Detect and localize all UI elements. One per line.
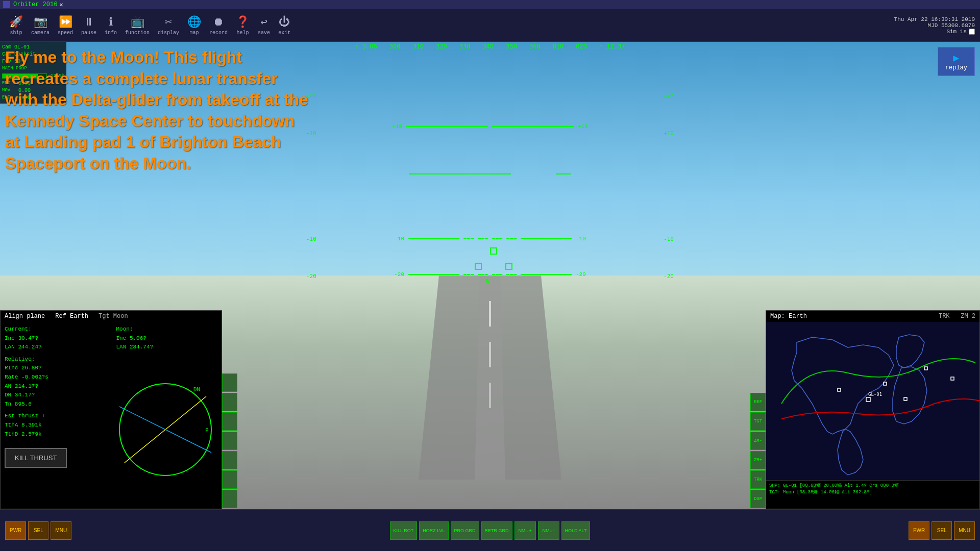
lsb-1[interactable] [222,373,237,392]
datetime-panel: Thu Apr 22 16:30:31 2010 MJD 55308.6879 … [888,9,980,42]
lsb-6[interactable] [222,470,237,489]
map-display: GL-01 [766,322,979,480]
enc-label: ENC [2,94,16,102]
lsb-5[interactable] [222,451,237,469]
svg-rect-11 [766,322,979,480]
sim-checkbox[interactable] [969,29,975,35]
pro-grd-button[interactable]: PRO GRD [451,521,479,540]
nml-minus-button[interactable]: NML - [538,521,559,540]
datetime-line1: Thu Apr 22 16:30:31 2010 [893,16,975,22]
sim-speed-label: Sim 1s [946,29,967,35]
sky [0,42,980,299]
help-icon: ❓ [236,15,250,29]
lsb-7[interactable] [222,490,237,508]
exit-label: exit [278,30,290,36]
prop-bar [2,73,47,79]
datetime-line2: MJD 55308.6879 [893,22,975,29]
right-mfd-bottom-btns: PWR SEL MNU [909,521,975,540]
pause-label: pause [81,30,96,36]
camera-label: camera [31,30,50,36]
current-inc: Inc 30.47? [5,334,106,343]
rsb-zm-plus[interactable]: ZM+ [750,451,766,469]
bottom-center-buttons: KILL ROT HORZ LVL PRO GRD RETR GRD NML +… [82,521,898,540]
sim-speed-row: Sim 1s [893,29,975,35]
left-sel-button[interactable]: SEL [28,521,48,540]
right-mfd-header: Map: Earth TRK ZM 2 [766,311,979,322]
toolbar-ship[interactable]: 🚀 ship [9,15,23,36]
toolbar-function[interactable]: 📺 function [125,15,150,36]
left-mfd-tgt: Tgt Moon [99,313,128,320]
lsb-4[interactable] [222,432,237,450]
nml-plus-button[interactable]: NML + [514,521,536,540]
moon-label: Moon: [116,325,218,334]
toolbar: 🚀 ship 📷 camera ⏩ speed ⏸ pause ℹ info 📺… [0,9,980,42]
kill-thrust-button[interactable]: KILL THRUST [5,448,67,468]
map-shp-info: SHP: GL-01 [80.68鲕 28.60鳎 Alt 1.4? Crs 0… [766,480,979,497]
main-prop-row: MAIN PROP [2,65,64,72]
toolbar-camera[interactable]: 📷 camera [31,15,50,36]
hold-alt-button[interactable]: HOLD ALT [561,521,591,540]
save-label: save [258,30,270,36]
left-mfd: Align plane Ref Earth Tgt Moon Current: … [0,310,222,509]
toolbar-speed[interactable]: ⏩ speed [58,15,73,36]
mov-row: MOV 0.00 [2,87,64,94]
eng-row: ENG 0.00 [2,80,64,87]
mov-value: 0.00 [18,87,31,94]
display-icon: ✂ [165,15,172,29]
function-label: function [125,30,150,36]
enc-row: ENC 0.00 [2,94,64,102]
right-pwr-button[interactable]: PWR [909,521,929,540]
record-label: record [209,30,228,36]
rsb-ref[interactable]: REF [750,393,766,411]
mov-label: MOV [2,87,16,94]
titlebar: Orbiter 2016 ✕ [0,0,980,9]
horz-lvl-button[interactable]: HORZ LVL [419,521,448,540]
rsb-dsp[interactable]: DSP [750,490,766,508]
record-icon: ⏺ [213,15,224,29]
bottom-toolbar: PWR SEL MNU KILL ROT HORZ LVL PRO GRD RE… [0,509,980,551]
toolbar-display[interactable]: ✂ display [158,15,179,36]
orbital-diagram: DN AN P [114,376,216,478]
rsb-trk[interactable]: TRK [750,470,766,489]
close-button[interactable]: ✕ [57,1,65,9]
rsb-zm-minus[interactable]: ZM- [750,432,766,450]
ship-label: ship [10,30,22,36]
toolbar-pause[interactable]: ⏸ pause [81,15,96,36]
current-col-header: Current: Inc 30.47? LAN 244.24? [5,325,106,352]
toolbar-record[interactable]: ⏺ record [209,15,228,36]
cam-cockpit: Cam Cockpit [2,51,64,58]
ship-icon: 🚀 [9,15,23,29]
right-mfd-trk-zm: TRK ZM 2 [939,313,975,320]
toolbar-help[interactable]: ❓ help [236,15,250,36]
map-icon: 🌐 [187,15,201,29]
info-label: info [105,30,117,36]
left-mfd-ref: Ref Earth [55,313,88,320]
toolbar-map[interactable]: 🌐 map [187,15,201,36]
left-pwr-button[interactable]: PWR [5,521,26,540]
right-mfd: Map: Earth TRK ZM 2 [766,310,980,509]
right-sel-button[interactable]: SEL [932,521,952,540]
map-svg: GL-01 [766,322,979,480]
toolbar-info[interactable]: ℹ info [105,15,117,36]
svg-text:P: P [205,427,209,434]
enc-value: 0.00 [18,94,31,102]
left-mnu-button[interactable]: MNU [51,521,71,540]
rsb-tgt[interactable]: TGT [750,412,766,431]
left-mfd-bottom-btns: PWR SEL MNU [5,521,71,540]
lsb-3[interactable] [222,412,237,431]
svg-line-7 [119,407,211,453]
moon-lan: LAN 284.74? [116,343,218,352]
retr-grd-button[interactable]: RETR GRD [481,521,512,540]
map-label: map [190,30,199,36]
toolbar-save[interactable]: ↩ save [258,15,270,36]
lsb-2[interactable] [222,393,237,411]
toolbar-exit[interactable]: ⏻ exit [278,15,290,36]
right-mfd-title: Map: Earth [770,313,807,320]
right-mnu-button[interactable]: MNU [954,521,975,540]
rinc: RInc 26.80? [5,364,217,373]
left-side-buttons [222,373,237,509]
moon-inc: Inc 5.06? [116,334,218,343]
display-label: display [158,30,179,36]
kill-rot-button[interactable]: KILL ROT [390,521,418,540]
prop-bar-fill [3,74,38,78]
